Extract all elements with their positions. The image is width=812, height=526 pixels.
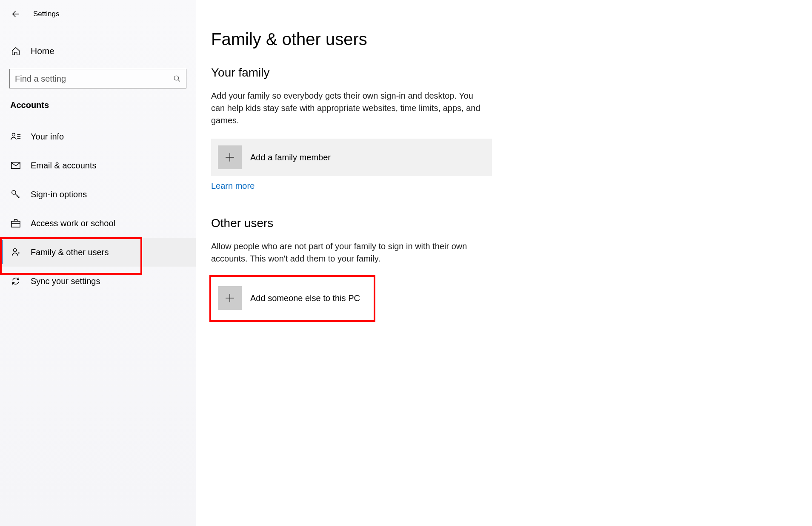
sidebar-item-label: Sign-in options (31, 190, 87, 199)
add-family-label: Add a family member (250, 153, 331, 162)
home-label: Home (31, 46, 54, 56)
sidebar-item-sync-settings[interactable]: Sync your settings (0, 267, 196, 296)
sidebar-item-family-other-users[interactable]: Family & other users (0, 238, 196, 267)
sidebar-item-your-info[interactable]: Your info (0, 122, 196, 151)
sidebar-item-label: Email & accounts (31, 161, 97, 171)
other-users-heading: Other users (211, 216, 786, 230)
family-description: Add your family so everybody gets their … (211, 90, 483, 127)
arrow-left-icon (11, 9, 20, 19)
search-input[interactable] (15, 74, 173, 84)
plus-icon (218, 145, 242, 169)
main-content: Family & other users Your family Add you… (196, 0, 812, 526)
sidebar-item-label: Access work or school (31, 219, 115, 228)
sidebar-item-signin-options[interactable]: Sign-in options (0, 180, 196, 209)
search-box[interactable] (9, 69, 186, 88)
sync-icon (10, 276, 21, 286)
key-icon (10, 190, 21, 199)
other-users-description: Allow people who are not part of your fa… (211, 240, 483, 265)
plus-icon (218, 286, 242, 310)
add-family-member-button[interactable]: Add a family member (211, 139, 492, 176)
titlebar-title: Settings (33, 10, 59, 18)
add-someone-label: Add someone else to this PC (250, 293, 360, 303)
sidebar-item-label: Sync your settings (31, 276, 100, 286)
svg-rect-6 (11, 162, 20, 169)
user-info-icon (10, 132, 21, 141)
sidebar-section-label: Accounts (0, 100, 196, 110)
search-icon (173, 75, 181, 82)
svg-point-2 (12, 133, 15, 136)
svg-point-10 (14, 249, 17, 252)
page-title: Family & other users (211, 30, 786, 49)
family-heading: Your family (211, 66, 786, 80)
svg-point-0 (174, 76, 179, 80)
sidebar-item-work-school[interactable]: Access work or school (0, 209, 196, 238)
sidebar-item-label: Family & other users (31, 247, 109, 257)
users-icon (10, 247, 21, 257)
svg-line-1 (178, 80, 180, 82)
mail-icon (10, 162, 21, 169)
back-button[interactable] (10, 9, 21, 20)
add-someone-else-button[interactable]: Add someone else to this PC (211, 277, 492, 319)
sidebar-item-label: Your info (31, 132, 64, 142)
home-icon (10, 46, 21, 56)
sidebar: Settings Home Accounts Your info (0, 0, 196, 526)
learn-more-link[interactable]: Learn more (211, 181, 254, 191)
svg-point-7 (12, 190, 16, 194)
sidebar-item-email-accounts[interactable]: Email & accounts (0, 151, 196, 180)
sidebar-home[interactable]: Home (0, 37, 196, 65)
titlebar: Settings (0, 4, 196, 24)
briefcase-icon (10, 219, 21, 227)
svg-rect-8 (11, 221, 20, 227)
